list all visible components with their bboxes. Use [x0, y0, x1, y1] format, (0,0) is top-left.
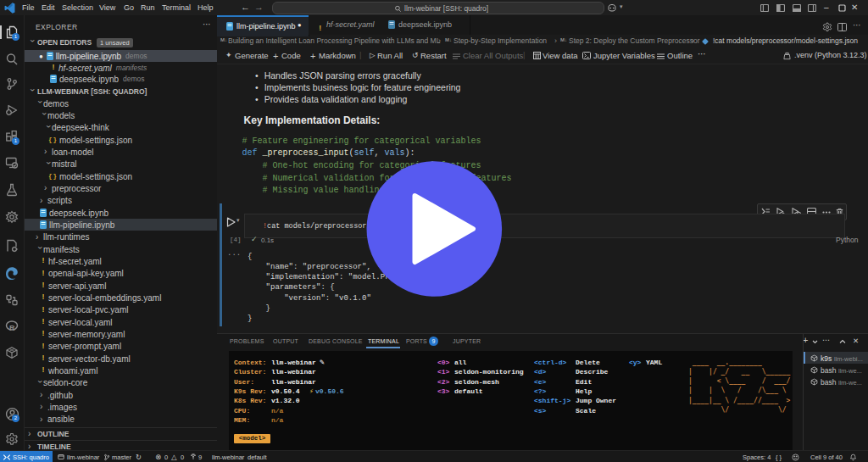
svg-text:R: R — [9, 323, 15, 331]
